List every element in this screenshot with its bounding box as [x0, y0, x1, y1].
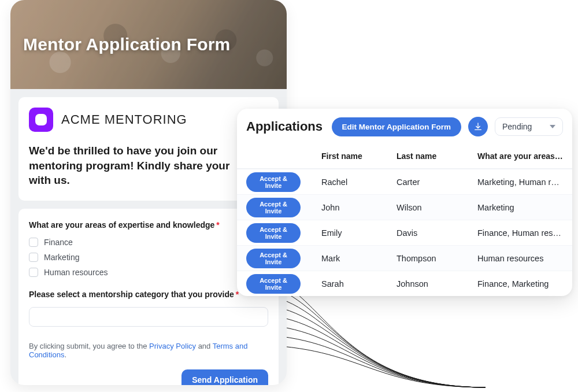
checkbox-label: Human resources [44, 268, 108, 277]
applications-table-body: Accept & InviteRachelCarterMarketing, Hu… [237, 169, 572, 296]
org-name: ACME MENTORING [61, 112, 187, 127]
edit-form-button[interactable]: Edit Mentor Application Form [332, 117, 462, 136]
cell-last-name: Davis [397, 228, 477, 238]
applications-card: Applications Edit Mentor Application For… [237, 109, 572, 296]
download-button[interactable] [468, 117, 488, 136]
question-category-label: Please select a mentorship category that… [29, 290, 268, 299]
col-first-name: First name [321, 151, 397, 161]
cell-first-name: Rachel [321, 177, 397, 187]
table-row: Accept & InviteSarahJohnsonFinance, Mark… [237, 271, 572, 296]
form-hero: Mentor Application Form [10, 0, 287, 89]
checkbox-option[interactable]: Finance [29, 238, 268, 247]
accept-invite-button[interactable]: Accept & Invite [246, 223, 301, 243]
accept-invite-button[interactable]: Accept & Invite [246, 274, 301, 294]
accept-invite-button[interactable]: Accept & Invite [246, 249, 301, 268]
cell-areas: Finance, Human resourc… [477, 228, 563, 238]
chevron-down-icon [550, 125, 555, 128]
applications-title: Applications [246, 119, 323, 134]
cell-first-name: John [321, 203, 397, 212]
table-row: Accept & InviteMarkThompsonHuman resourc… [237, 245, 572, 271]
question-expertise-label: What are your areas of expertise and kno… [29, 220, 268, 230]
cell-first-name: Mark [321, 254, 397, 263]
checkbox-icon[interactable] [29, 268, 38, 277]
table-row: Accept & InviteRachelCarterMarketing, Hu… [237, 169, 572, 194]
col-last-name: Last name [397, 151, 477, 161]
accept-invite-button[interactable]: Accept & Invite [246, 172, 301, 192]
checkbox-option[interactable]: Marketing [29, 253, 268, 262]
cell-first-name: Emily [321, 228, 397, 238]
table-row: Accept & InviteEmilyDavisFinance, Human … [237, 220, 572, 245]
checkbox-icon[interactable] [29, 238, 38, 247]
applications-table-header: First name Last name What are your areas… [237, 143, 572, 169]
cell-last-name: Johnson [397, 279, 477, 289]
send-application-button[interactable]: Send Application [181, 369, 268, 385]
cell-first-name: Sarah [321, 279, 397, 289]
checkbox-icon[interactable] [29, 253, 38, 262]
form-hero-title: Mentor Application Form [23, 35, 230, 54]
applications-header: Applications Edit Mentor Application For… [237, 109, 572, 143]
org-logo-icon [29, 108, 53, 132]
cell-last-name: Thompson [397, 254, 477, 263]
welcome-text: We'd be thrilled to have you join our me… [29, 143, 268, 188]
cell-areas: Human resources [477, 254, 563, 263]
cell-last-name: Carter [397, 177, 477, 187]
category-select[interactable] [29, 307, 268, 327]
cell-areas: Finance, Marketing [477, 279, 563, 289]
col-areas: What are your areas of … [477, 151, 563, 161]
cell-areas: Marketing, Human resou… [477, 177, 563, 187]
status-filter-value: Pending [502, 122, 532, 131]
privacy-link[interactable]: Privacy Policy [149, 342, 196, 350]
download-icon [473, 122, 483, 131]
checkbox-label: Finance [44, 238, 73, 247]
cell-last-name: Wilson [397, 203, 477, 212]
accept-invite-button[interactable]: Accept & Invite [246, 198, 301, 217]
cell-areas: Marketing [477, 203, 563, 212]
checkbox-label: Marketing [44, 253, 79, 262]
table-row: Accept & InviteJohnWilsonMarketing [237, 194, 572, 220]
checkbox-option[interactable]: Human resources [29, 268, 268, 277]
legal-text: By clicking submit, you agree to the Pri… [29, 342, 268, 359]
expertise-options: Finance Marketing Human resources [29, 238, 268, 277]
status-filter-select[interactable]: Pending [495, 117, 563, 136]
